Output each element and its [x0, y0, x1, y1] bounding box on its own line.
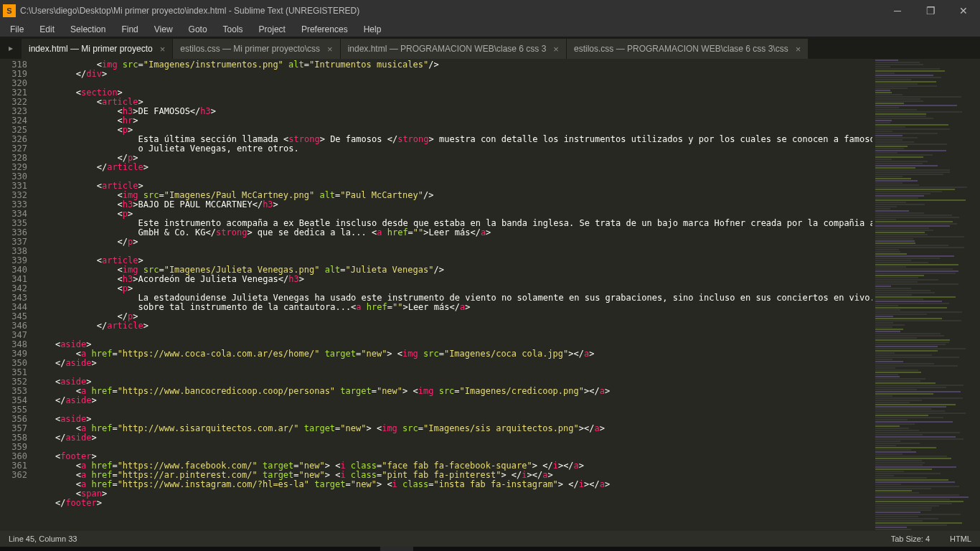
status-cursor-position: Line 45, Column 33	[9, 534, 77, 543]
close-button[interactable]: ✕	[947, 0, 980, 22]
sublime-icon[interactable]: S	[380, 547, 413, 551]
messenger-icon[interactable]: ◆	[449, 547, 482, 551]
xampp-icon[interactable]: X	[518, 547, 551, 551]
code-editor[interactable]: <img src="Imagenes/instrumentos.png" alt…	[34, 59, 872, 531]
task-view-icon[interactable]: ⊞	[36, 547, 69, 551]
minimap[interactable]	[872, 59, 980, 531]
minimize-button[interactable]: ─	[881, 0, 914, 22]
window-title: C:\Users\diego\Desktop\Mi primer proyect…	[20, 6, 359, 16]
file-tab[interactable]: index.html — PROGRAMACION WEB\clase 6 cs…	[341, 39, 567, 59]
statusbar: Line 45, Column 33 Tab Size: 4 HTML	[0, 531, 980, 547]
titlebar: S C:\Users\diego\Desktop\Mi primer proye…	[0, 0, 980, 22]
app-icon-1[interactable]: ▦	[415, 547, 448, 551]
status-tab-size[interactable]: Tab Size: 4	[891, 534, 930, 543]
maximize-button[interactable]: ❐	[914, 0, 947, 22]
editor-area: 318 319 320 321 322 323 324 325 326 327 …	[0, 59, 980, 531]
edge-icon[interactable]: e	[139, 547, 172, 551]
mail-icon[interactable]: ✉	[208, 547, 241, 551]
sidebar-toggle-icon[interactable]: ▸	[0, 37, 22, 59]
file-tab[interactable]: index.html — Mi primer proyecto×	[22, 39, 173, 59]
tabs-row: index.html — Mi primer proyecto×estilos.…	[0, 37, 980, 59]
taskbar: ⊞ O W e ▆ ✉ 🎨 ● ● ◉ S ▦ ◆ A X ▪ 👤 ˄ 🔋 📶 …	[0, 547, 980, 551]
tab-label: index.html — Mi primer proyecto	[29, 44, 153, 54]
firefox-icon[interactable]: ●	[277, 547, 310, 551]
tab-label: estilos.css — Mi primer proyecto\css	[180, 44, 320, 54]
menu-edit[interactable]: Edit	[32, 23, 62, 36]
menu-preferences[interactable]: Preferences	[294, 23, 355, 36]
whatsapp-icon[interactable]: ●	[311, 547, 344, 551]
menubar: FileEditSelectionFindViewGotoToolsProjec…	[0, 22, 980, 37]
tab-close-icon[interactable]: ×	[160, 44, 166, 55]
start-button[interactable]	[1, 547, 34, 551]
acrobat-icon[interactable]: A	[484, 547, 517, 551]
menu-file[interactable]: File	[3, 23, 31, 36]
app-icon: S	[3, 4, 16, 17]
file-tab[interactable]: estilos.css — PROGRAMACION WEB\clase 6 c…	[567, 39, 809, 59]
app-icon-2[interactable]: ▪	[552, 547, 585, 551]
tab-label: index.html — PROGRAMACION WEB\clase 6 cs…	[348, 44, 547, 54]
tab-label: estilos.css — PROGRAMACION WEB\clase 6 c…	[574, 44, 788, 54]
word-icon[interactable]: W	[105, 547, 138, 551]
menu-tools[interactable]: Tools	[216, 23, 250, 36]
line-gutter: 318 319 320 321 322 323 324 325 326 327 …	[0, 59, 34, 531]
menu-project[interactable]: Project	[252, 23, 293, 36]
menu-help[interactable]: Help	[357, 23, 389, 36]
tab-close-icon[interactable]: ×	[796, 44, 801, 55]
chrome-icon[interactable]: ◉	[346, 547, 379, 551]
paint-icon[interactable]: 🎨	[242, 547, 275, 551]
tab-close-icon[interactable]: ×	[553, 44, 559, 55]
explorer-icon[interactable]: ▆	[174, 547, 207, 551]
menu-goto[interactable]: Goto	[182, 23, 215, 36]
menu-view[interactable]: View	[147, 23, 180, 36]
tab-close-icon[interactable]: ×	[327, 44, 333, 55]
menu-selection[interactable]: Selection	[63, 23, 113, 36]
file-tab[interactable]: estilos.css — Mi primer proyecto\css×	[173, 39, 340, 59]
status-syntax[interactable]: HTML	[950, 534, 971, 543]
opera-icon[interactable]: O	[70, 547, 103, 551]
menu-find[interactable]: Find	[114, 23, 145, 36]
